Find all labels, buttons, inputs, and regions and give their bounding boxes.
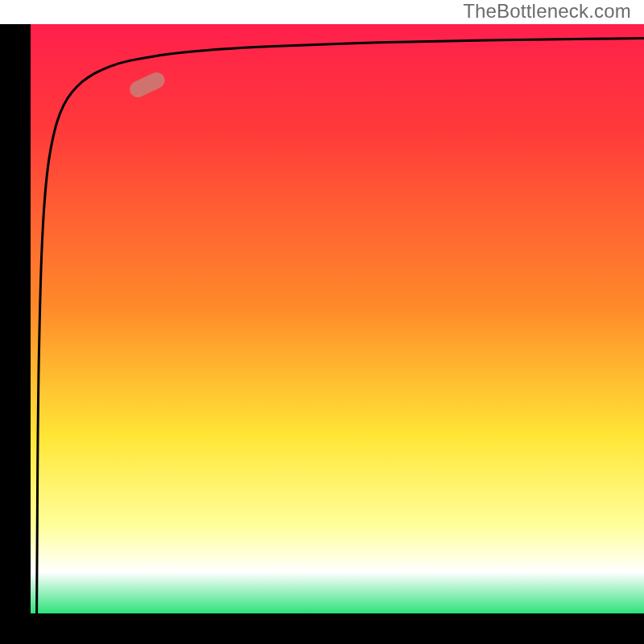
watermark-label: TheBottleneck.com [463, 0, 631, 23]
plot-background [31, 24, 644, 613]
frame-left [0, 24, 31, 644]
chart-container: TheBottleneck.com [0, 0, 644, 644]
frame-bottom [0, 613, 644, 644]
bottleneck-chart [0, 0, 644, 644]
